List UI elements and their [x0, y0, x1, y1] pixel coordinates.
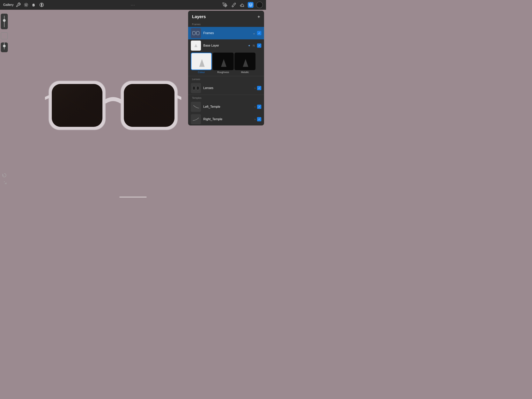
metallic-sub-layer[interactable]: Metallic — [234, 53, 255, 74]
layers-tool[interactable] — [248, 2, 253, 8]
navigator-tool[interactable] — [38, 2, 45, 8]
toolbar-right — [222, 1, 263, 8]
base-layer-thumb-icon — [193, 42, 199, 49]
svg-marker-3 — [41, 3, 42, 5]
svg-marker-6 — [249, 3, 252, 5]
right-temple-chevron[interactable]: › — [254, 117, 255, 121]
lenses-thumb-icon — [192, 85, 200, 91]
colour-thumb-icon — [191, 53, 212, 70]
more-options[interactable]: ··· — [131, 3, 135, 7]
svg-rect-12 — [124, 84, 174, 127]
left-temple-checkbox[interactable] — [257, 105, 261, 109]
colour-thumb — [191, 53, 212, 70]
roughness-sub-layer[interactable]: Roughness — [213, 53, 234, 74]
brush-icon — [231, 2, 236, 7]
svg-rect-22 — [196, 31, 199, 35]
lenses-checkbox[interactable] — [257, 86, 261, 90]
toolbar-left: Gallery S — [3, 2, 45, 8]
colour-sub-layer[interactable]: Colour — [191, 53, 212, 74]
right-temple-thumb — [191, 114, 201, 124]
adjustments-tool[interactable] — [23, 2, 29, 8]
wrench-tool[interactable] — [15, 2, 21, 8]
left-temple-row[interactable]: Left_Temple › — [188, 101, 264, 113]
add-layer-button[interactable]: + — [257, 14, 260, 19]
frames-checkbox[interactable] — [257, 31, 261, 35]
temples-section-label: Temples — [188, 95, 264, 101]
right-temple-row[interactable]: Right_Temple › — [188, 113, 264, 125]
svg-point-24 — [196, 86, 199, 90]
metallic-label: Metallic — [241, 71, 249, 74]
svg-text:S: S — [32, 3, 35, 7]
roughness-thumb-icon — [213, 53, 234, 70]
left-temple-icons: › — [254, 105, 261, 109]
layers-panel: Layers + Frames Frames ⌄ Base Layer ✦ — [188, 11, 264, 125]
base-layer-thumb — [191, 40, 201, 51]
svg-point-0 — [25, 4, 27, 6]
panel-header: Layers + — [188, 11, 264, 22]
smudge-icon: S — [31, 2, 36, 7]
right-temple-icon — [192, 116, 200, 122]
sunglasses-artwork — [45, 71, 177, 145]
opacity-slider[interactable] — [1, 42, 8, 52]
divider-2 — [188, 95, 264, 95]
left-temple-chevron[interactable]: › — [254, 105, 255, 109]
right-temple-checkbox[interactable] — [257, 117, 261, 121]
top-toolbar: Gallery S — [0, 0, 266, 10]
panel-title: Layers — [192, 14, 206, 19]
toolbar-center: ··· — [131, 3, 135, 7]
gallery-button[interactable]: Gallery — [3, 3, 14, 7]
left-sidebar — [0, 10, 9, 200]
layer-blend-mode[interactable]: N — [253, 44, 255, 47]
sub-layers-row: Colour Roughness Metallic — [188, 52, 264, 76]
metallic-thumb — [234, 53, 255, 70]
base-layer-checkbox[interactable] — [257, 44, 261, 48]
base-layer-row[interactable]: Base Layer ✦ N — [188, 39, 264, 52]
brush-size-slider[interactable] — [1, 14, 8, 29]
divider-1 — [188, 76, 264, 76]
frames-layer-icons: ⌄ — [253, 31, 261, 35]
shape-button[interactable] — [1, 32, 8, 39]
layers-icon — [248, 2, 253, 7]
svg-rect-21 — [193, 31, 195, 35]
lenses-layer-row[interactable]: Lenses › — [188, 82, 264, 94]
navigator-icon — [39, 2, 44, 7]
color-swatch[interactable] — [256, 1, 263, 8]
brush-tool[interactable] — [231, 2, 236, 8]
roughness-label: Roughness — [217, 71, 229, 74]
lenses-chevron-icon[interactable]: › — [254, 86, 255, 90]
left-temple-name: Left_Temple — [203, 105, 254, 109]
svg-point-5 — [225, 5, 225, 5]
lenses-layer-name: Lenses — [203, 86, 254, 90]
roughness-thumb — [213, 53, 234, 70]
home-bar — [119, 197, 147, 198]
lenses-layer-icons: › — [254, 86, 261, 90]
frames-thumb — [191, 28, 201, 38]
right-temple-icons: › — [254, 117, 261, 121]
eraser-tool[interactable] — [239, 2, 245, 8]
right-temple-name: Right_Temple — [203, 117, 254, 121]
pen-tool[interactable] — [222, 2, 228, 8]
eraser-icon — [240, 2, 245, 7]
adjustments-icon — [24, 2, 29, 7]
chevron-down-icon[interactable]: ⌄ — [253, 31, 255, 35]
colour-label: Colour — [198, 71, 205, 74]
frames-layer-row[interactable]: Frames ⌄ — [188, 27, 264, 39]
svg-marker-4 — [41, 5, 42, 7]
smudge-tool[interactable]: S — [31, 2, 37, 8]
frames-section-label: Frames — [188, 22, 264, 27]
sunglasses-svg — [45, 71, 181, 142]
left-temple-thumb — [191, 102, 201, 112]
lenses-section-label: Lenses — [188, 77, 264, 82]
base-layer-icons: ✦ N — [248, 44, 261, 48]
wrench-icon — [16, 2, 21, 7]
pen-icon — [222, 2, 228, 7]
settings-icon[interactable]: ✦ — [248, 44, 250, 48]
frames-thumb-icon — [192, 31, 199, 36]
svg-rect-9 — [52, 84, 102, 127]
left-temple-icon — [192, 104, 200, 110]
frames-layer-name: Frames — [203, 31, 253, 35]
metallic-thumb-icon — [235, 53, 255, 70]
lenses-thumb — [191, 83, 201, 93]
svg-point-23 — [193, 86, 195, 90]
base-layer-name: Base Layer — [203, 44, 248, 47]
